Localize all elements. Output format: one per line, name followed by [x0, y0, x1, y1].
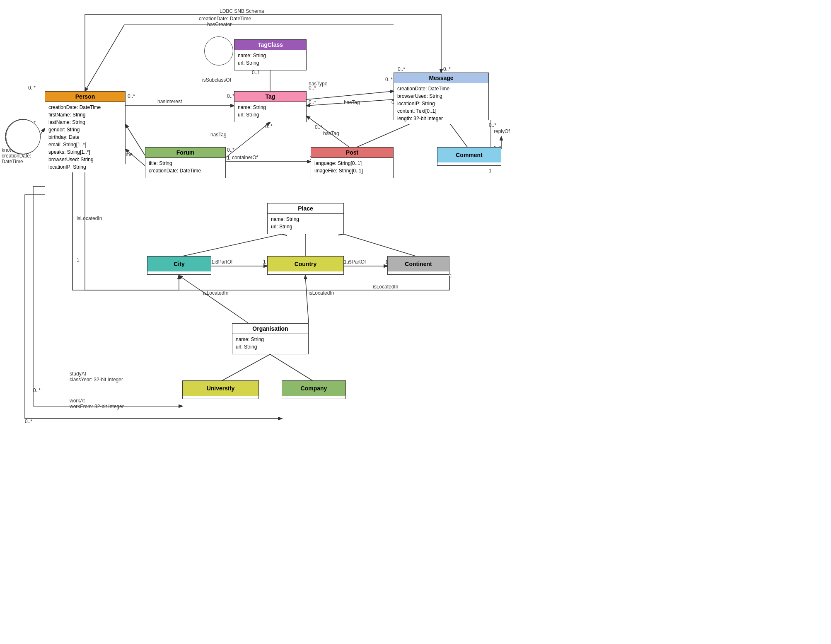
label-islocatedin-cont: isLocatedIn: [373, 284, 398, 290]
label-msg-hastag: hasTag: [344, 99, 360, 105]
forum-header: Forum: [145, 148, 225, 158]
mult-co1: 1: [227, 155, 230, 161]
mult-comment-right: 0..*: [489, 122, 496, 128]
mult-fht2: 0..*: [265, 123, 273, 129]
mult-msg-top2: 0..*: [443, 66, 451, 72]
svg-line-15: [179, 234, 282, 257]
tag-header: Tag: [234, 92, 306, 102]
knows-circle: [6, 119, 41, 154]
mult-ipcc2: 1: [263, 259, 266, 265]
mult-hi1: 0..*: [128, 93, 135, 99]
city-header: City: [147, 257, 211, 271]
person-header: Person: [45, 92, 125, 102]
continent-header: Continent: [388, 257, 449, 271]
mult-isc2: 0..1: [252, 70, 260, 75]
tagclass-circle: [204, 36, 233, 65]
label-studyat: studyAtclassYear: 32-bit Integer: [70, 371, 123, 383]
mult-pht2: 0..*: [315, 124, 322, 130]
mult-hi2: 0..*: [227, 93, 234, 99]
box-continent: Continent: [387, 256, 449, 275]
mult-ht1: 0..*: [309, 85, 316, 91]
post-body: language: String[0..1] imageFile: String…: [311, 158, 393, 176]
label-replyof: replyOf: [494, 128, 510, 134]
label-containerof: containerOf: [232, 155, 258, 160]
label-org-ilin-city: isLocatedIn: [203, 290, 228, 296]
label-forum-hastag: hasTag: [210, 132, 227, 138]
box-tag: Tag name: String url: String: [234, 91, 307, 122]
box-country: Country: [267, 256, 344, 275]
svg-line-11: [447, 120, 469, 149]
svg-line-23: [305, 276, 309, 323]
box-organisation: Organisation name: String url: String: [232, 323, 309, 354]
svg-line-4: [307, 91, 394, 99]
box-forum: Forum title: String creationDate: DateTi…: [145, 147, 226, 178]
svg-line-17: [344, 234, 418, 257]
label-org-ilin-country: isLocatedIn: [309, 290, 334, 296]
label-islocatedin-person: isLocatedIn: [77, 215, 102, 221]
box-post: Post language: String[0..1] imageFile: S…: [311, 147, 394, 178]
box-person: Person creationDate: DateTime firstName:…: [45, 91, 126, 164]
mult-ilin1: 1: [77, 257, 80, 263]
tagclass-body: name: String url: String: [234, 50, 306, 68]
place-header: Place: [268, 203, 343, 214]
label-workat: workAtworkFrom: 32-bit Integer: [70, 398, 124, 409]
label-issubclassof: isSubclassOf: [202, 77, 231, 83]
mult-person-self1: 0..*: [28, 85, 36, 91]
label-hascreator: hasCreator: [207, 22, 232, 27]
label-likes: LDBC SNB Schema: [220, 8, 264, 14]
mult-mht2: 0..*: [309, 99, 316, 105]
svg-line-20: [221, 354, 270, 381]
country-header: Country: [268, 257, 343, 271]
box-place: Place name: String url: String: [267, 203, 344, 234]
tag-body: name: String url: String: [234, 102, 306, 120]
person-body: creationDate: DateTime firstName: String…: [45, 102, 125, 172]
mult-fht1: 0..*: [227, 147, 234, 153]
mult-ilic1: 1: [449, 274, 452, 279]
comment-header: Comment: [437, 148, 501, 162]
svg-line-10: [352, 120, 418, 149]
message-body: creationDate: DateTime browserUsed: Stri…: [394, 83, 488, 124]
label-hasinterest: hasInterest: [157, 99, 182, 104]
message-header: Message: [394, 73, 488, 83]
post-header: Post: [311, 148, 393, 158]
company-header: Company: [282, 381, 345, 396]
mult-msg-top1: 0..*: [398, 66, 405, 72]
mult-ipcc1: 1..*: [211, 259, 219, 265]
box-city: City: [147, 256, 211, 275]
tagclass-header: TagClass: [234, 40, 306, 50]
box-university: University: [182, 380, 259, 399]
diagram-container: LDBC SNB Schema creationDate: DateTime h…: [0, 0, 522, 644]
organisation-body: name: String url: String: [232, 334, 308, 352]
mult-sat1: 0..*: [33, 387, 41, 393]
forum-body: title: String creationDate: DateTime: [145, 158, 225, 176]
place-body: name: String url: String: [268, 214, 343, 232]
mult-comment-reply: 1: [489, 168, 492, 174]
box-company: Company: [282, 380, 346, 399]
box-comment: Comment: [437, 147, 501, 166]
university-header: University: [183, 381, 258, 396]
svg-line-22: [179, 276, 249, 323]
box-message: Message creationDate: DateTime browserUs…: [394, 73, 489, 120]
mult-wa1: 0..*: [25, 419, 32, 424]
mult-ht2: 0..*: [385, 77, 393, 82]
svg-line-21: [270, 354, 314, 381]
label-creationdate-top: creationDate: DateTime: [199, 16, 251, 22]
mult-ipcnt1: 1..*: [344, 259, 351, 265]
box-tagclass: TagClass name: String url: String: [234, 39, 307, 70]
label-post-hastag: hasTag: [323, 131, 339, 136]
organisation-header: Organisation: [232, 324, 308, 334]
